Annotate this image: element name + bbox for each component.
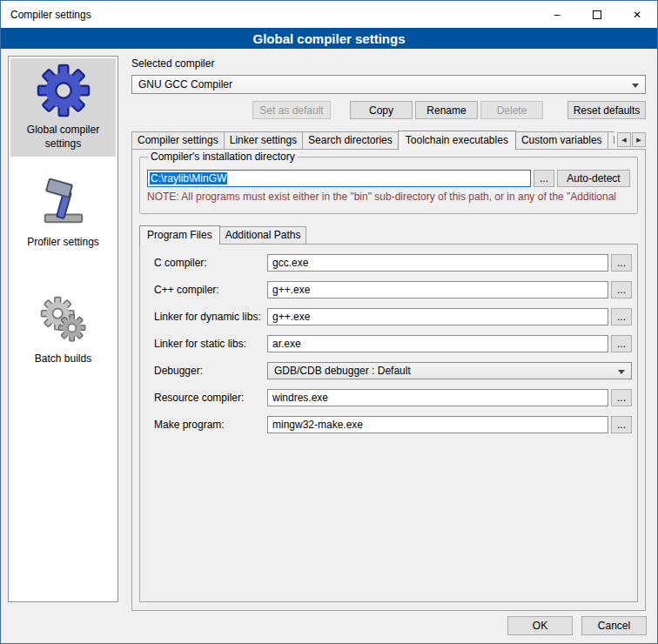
resource-compiler-input[interactable]: windres.exe xyxy=(267,389,608,406)
installation-directory-note: NOTE: All programs must exist either in … xyxy=(147,191,630,203)
compiler-select[interactable]: GNU GCC Compiler xyxy=(131,75,646,94)
window-controls: – ✕ xyxy=(537,1,657,28)
field-label: Debugger: xyxy=(154,365,267,377)
field-value: gcc.exe xyxy=(272,257,308,269)
static-linker-row: Linker for static libs: ar.exe ... xyxy=(154,335,632,352)
c-compiler-browse-button[interactable]: ... xyxy=(611,254,632,272)
sidebar-item-global-compiler-settings[interactable]: Global compiler settings xyxy=(10,58,116,157)
dynamic-linker-input[interactable]: g++.exe xyxy=(267,308,608,325)
debugger-row: Debugger: GDB/CDB debugger : Default xyxy=(154,362,632,379)
cpp-compiler-row: C++ compiler: g++.exe ... xyxy=(154,281,632,299)
resource-compiler-row: Resource compiler: windres.exe ... xyxy=(154,389,632,406)
make-program-browse-button[interactable]: ... xyxy=(611,416,632,433)
reset-defaults-button[interactable]: Reset defaults xyxy=(567,101,646,119)
c-compiler-input[interactable]: gcc.exe xyxy=(267,254,608,272)
rename-button[interactable]: Rename xyxy=(415,101,478,119)
installation-directory-group-title: Compiler's installation directory xyxy=(148,151,298,163)
field-label: Linker for static libs: xyxy=(154,338,267,350)
main-area: Selected compiler GNU GCC Compiler Set a… xyxy=(131,56,646,611)
static-linker-input[interactable]: ar.exe xyxy=(267,335,608,352)
cpp-compiler-input[interactable]: g++.exe xyxy=(267,281,608,299)
tab-program-files[interactable]: Program Files xyxy=(139,225,220,245)
programs-sub-tab-strip: Program Files Additional Paths xyxy=(139,225,638,245)
tab-toolchain-executables[interactable]: Toolchain executables xyxy=(398,131,516,150)
page-title: Global compiler settings xyxy=(1,28,657,49)
set-as-default-button[interactable]: Set as default xyxy=(252,101,331,119)
tab-linker-settings[interactable]: Linker settings xyxy=(224,131,303,149)
ok-button[interactable]: OK xyxy=(507,616,573,635)
chevron-down-icon xyxy=(618,370,625,374)
static-linker-browse-button[interactable]: ... xyxy=(611,335,632,352)
minimize-icon: – xyxy=(554,9,561,21)
tab-scroll-right-icon[interactable]: ▶ xyxy=(632,132,646,147)
resource-compiler-browse-button[interactable]: ... xyxy=(611,389,632,406)
compiler-select-value: GNU GCC Compiler xyxy=(138,78,232,91)
field-value: ar.exe xyxy=(272,338,301,350)
settings-category-sidebar: Global compiler settings Profiler settin… xyxy=(8,56,118,602)
installation-directory-group: Compiler's installation directory C:\ray… xyxy=(139,157,638,214)
sidebar-item-label: Batch builds xyxy=(35,352,91,366)
debugger-select-value: GDB/CDB debugger : Default xyxy=(274,365,411,377)
sidebar-item-batch-builds[interactable]: Batch builds xyxy=(10,287,116,372)
tab-additional-paths[interactable]: Additional Paths xyxy=(219,226,307,244)
field-label: Linker for dynamic libs: xyxy=(154,311,267,323)
minimize-button[interactable]: – xyxy=(537,1,577,28)
chevron-down-icon xyxy=(632,84,639,88)
compiler-settings-dialog: Compiler settings – ✕ Global compiler se… xyxy=(0,0,658,644)
tab-search-directories[interactable]: Search directories xyxy=(302,131,399,149)
profiler-hammer-icon xyxy=(37,176,91,230)
installation-directory-browse-button[interactable]: ... xyxy=(534,170,554,187)
close-button[interactable]: ✕ xyxy=(617,1,657,28)
selected-compiler-label: Selected compiler xyxy=(131,56,646,70)
debugger-select[interactable]: GDB/CDB debugger : Default xyxy=(267,362,632,379)
dialog-footer: OK Cancel xyxy=(507,616,647,635)
tab-compiler-settings[interactable]: Compiler settings xyxy=(131,131,225,149)
close-icon: ✕ xyxy=(633,9,641,21)
installation-directory-row: C:\raylib\MinGW ... Auto-detect xyxy=(147,170,630,187)
cpp-compiler-browse-button[interactable]: ... xyxy=(611,281,632,299)
make-program-input[interactable]: mingw32-make.exe xyxy=(267,416,608,433)
installation-directory-input[interactable]: C:\raylib\MinGW xyxy=(147,170,531,187)
tab-build-options[interactable]: Build options xyxy=(608,131,614,149)
field-value: mingw32-make.exe xyxy=(272,419,363,431)
field-label: Resource compiler: xyxy=(154,392,267,404)
tabs: Compiler settings Linker settings Search… xyxy=(131,131,614,150)
sidebar-item-label: Global compiler settings xyxy=(12,124,114,151)
sidebar-item-profiler-settings[interactable]: Profiler settings xyxy=(10,171,116,256)
gears-stack-icon xyxy=(37,292,91,346)
auto-detect-button[interactable]: Auto-detect xyxy=(557,170,630,187)
compiler-buttons-row: Set as default Copy Rename Delete Reset … xyxy=(131,101,646,119)
copy-button[interactable]: Copy xyxy=(350,101,413,119)
cancel-button[interactable]: Cancel xyxy=(581,616,647,635)
gear-icon xyxy=(37,64,91,117)
field-label: Make program: xyxy=(154,419,267,431)
c-compiler-row: C compiler: gcc.exe ... xyxy=(154,254,632,272)
field-value: g++.exe xyxy=(272,284,310,296)
program-files-panel: C compiler: gcc.exe ... C++ compiler: g+… xyxy=(139,244,638,602)
field-value: g++.exe xyxy=(272,311,310,323)
tab-scroll-buttons: ◀ ▶ xyxy=(617,132,646,147)
maximize-icon xyxy=(593,10,601,19)
dynamic-linker-row: Linker for dynamic libs: g++.exe ... xyxy=(154,308,632,325)
settings-tab-strip: Compiler settings Linker settings Search… xyxy=(131,131,646,150)
sub-tabs: Program Files Additional Paths xyxy=(139,225,638,245)
tab-scroll-left-icon[interactable]: ◀ xyxy=(617,132,631,147)
sidebar-item-label: Profiler settings xyxy=(27,236,99,250)
make-program-row: Make program: mingw32-make.exe ... xyxy=(154,416,632,433)
window-title: Compiler settings xyxy=(1,9,91,21)
tab-custom-variables[interactable]: Custom variables xyxy=(515,131,608,149)
maximize-button[interactable] xyxy=(577,1,617,28)
toolchain-executables-panel: Compiler's installation directory C:\ray… xyxy=(131,149,646,611)
field-label: C++ compiler: xyxy=(154,284,267,296)
installation-directory-value: C:\raylib\MinGW xyxy=(150,172,227,184)
delete-button[interactable]: Delete xyxy=(480,101,543,119)
field-value: windres.exe xyxy=(272,392,328,404)
titlebar[interactable]: Compiler settings – ✕ xyxy=(1,1,657,28)
field-label: C compiler: xyxy=(154,257,267,269)
dynamic-linker-browse-button[interactable]: ... xyxy=(611,308,632,325)
